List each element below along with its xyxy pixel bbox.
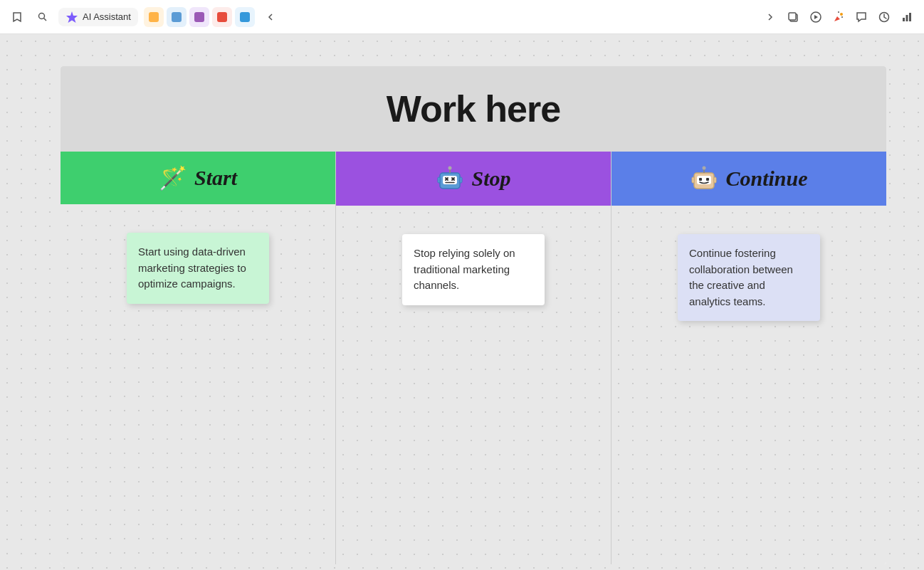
app-icon-2[interactable] [167, 7, 187, 27]
svg-rect-5 [217, 12, 227, 22]
toolbar: AI Assistant [0, 0, 924, 34]
chevron-back-icon[interactable] [261, 7, 280, 27]
columns-wrapper: 🪄 Start Start using data-driven marketin… [61, 152, 886, 564]
column-start-header: 🪄 Start [61, 152, 335, 204]
column-continue-body[interactable]: Continue fostering collaboration between… [611, 206, 886, 564]
sticky-note-continue-text: Continue fostering collaboration between… [689, 247, 793, 307]
svg-rect-27 [460, 177, 462, 183]
history-icon[interactable] [874, 7, 894, 27]
svg-rect-34 [692, 177, 694, 183]
sticky-note-stop-text: Stop relying solely on traditional marke… [414, 247, 515, 291]
sticky-note-start[interactable]: Start using data-driven marketing strate… [127, 233, 269, 304]
ai-assistant-button[interactable]: AI Assistant [58, 8, 138, 26]
board-title: Work here [75, 88, 872, 130]
svg-point-19 [448, 167, 452, 170]
column-continue: Continue Continue fostering collaboratio… [611, 152, 886, 564]
app-icons [144, 7, 255, 27]
svg-point-10 [840, 13, 843, 16]
chart-icon[interactable] [897, 7, 917, 27]
board-container: Work here 🪄 Start Start using data-drive… [61, 66, 886, 564]
svg-point-30 [703, 167, 706, 170]
column-continue-label: Continue [725, 167, 807, 191]
svg-rect-32 [699, 178, 702, 181]
column-start-body[interactable]: Start using data-driven marketing strate… [61, 204, 335, 564]
play-icon[interactable] [806, 7, 826, 27]
svg-rect-8 [789, 13, 796, 20]
column-stop-header: Stop [336, 152, 611, 206]
svg-line-1 [44, 18, 47, 21]
robot-stop-icon [436, 164, 464, 193]
app-icon-5[interactable] [235, 7, 255, 27]
sticky-note-start-text: Start using data-driven marketing strate… [138, 246, 246, 290]
svg-rect-35 [714, 177, 716, 183]
svg-rect-14 [903, 18, 905, 21]
bookmark-icon[interactable] [7, 7, 27, 27]
app-icon-4[interactable] [212, 7, 232, 27]
app-icon-1[interactable] [144, 7, 164, 27]
column-start: 🪄 Start Start using data-driven marketin… [61, 152, 336, 564]
svg-rect-15 [906, 15, 908, 21]
column-continue-header: Continue [611, 152, 886, 206]
search-icon[interactable] [33, 7, 53, 27]
svg-rect-16 [909, 13, 911, 21]
chat-icon[interactable] [851, 7, 871, 27]
copy-icon[interactable] [783, 7, 803, 27]
ai-assistant-label: AI Assistant [83, 11, 131, 22]
svg-rect-4 [194, 12, 204, 22]
app-icon-3[interactable] [189, 7, 209, 27]
canvas-area[interactable]: Work here 🪄 Start Start using data-drive… [0, 34, 924, 570]
column-stop-label: Stop [471, 167, 510, 191]
svg-rect-3 [172, 12, 182, 22]
robot-continue-icon [690, 164, 718, 193]
wand-icon: 🪄 [159, 164, 187, 191]
sticky-note-continue[interactable]: Continue fostering collaboration between… [678, 234, 820, 321]
svg-rect-6 [240, 12, 250, 22]
board-header: Work here [61, 66, 886, 152]
confetti-icon[interactable] [829, 7, 849, 27]
chevron-forward-icon[interactable] [760, 7, 780, 27]
toolbar-left: AI Assistant [7, 7, 755, 27]
column-start-label: Start [194, 166, 237, 190]
sticky-note-stop[interactable]: Stop relying solely on traditional marke… [402, 234, 545, 305]
svg-point-0 [39, 13, 45, 19]
svg-rect-33 [706, 178, 709, 181]
svg-rect-2 [149, 12, 159, 22]
toolbar-right [760, 7, 917, 27]
svg-rect-26 [438, 177, 440, 183]
column-stop: Stop Stop relying solely on traditional … [336, 152, 611, 564]
column-stop-body[interactable]: Stop relying solely on traditional marke… [336, 206, 611, 564]
